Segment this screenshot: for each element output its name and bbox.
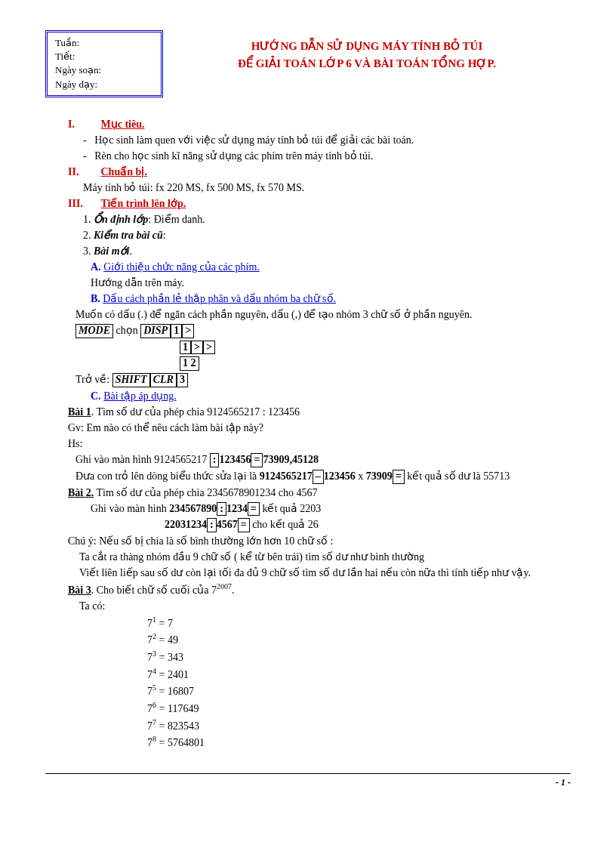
info-box: Tuần: Tiết: Ngày soạn: Ngày dạy: [45, 30, 163, 97]
trove-line: Trở về: SHIFTCLR3 [68, 372, 571, 388]
key-disp: DISP [140, 324, 171, 338]
key-div1: : [210, 453, 220, 467]
title-line2: ĐỂ GIẢI TOÁN LỚP 6 VÀ BÀI TOÁN TỔNG HỢP. [163, 55, 571, 72]
key-div2: : [217, 502, 226, 517]
info-tuan: Tuần: [55, 36, 153, 50]
bai3-taco: Ta có: [68, 598, 571, 614]
key-gt1: > [182, 324, 194, 338]
content: I. Mục tiêu. - Học sinh làm quen với việ… [45, 116, 571, 751]
key-1a: 1 [171, 324, 182, 338]
power-row: 72 = 49 [68, 631, 571, 648]
bai2-title: Bài 2. Tìm số dư của phép chia 234567890… [68, 485, 571, 501]
section-1-title: Mục tiêu. [101, 119, 145, 130]
section-1: I. Mục tiêu. [68, 116, 571, 132]
powers-list: 71 = 772 = 4973 = 34374 = 240175 = 16807… [68, 614, 571, 751]
key-div3: : [207, 518, 217, 532]
s2-line1: Máy tính bỏ túi: fx 220 MS, fx 500 MS, f… [68, 180, 571, 196]
power-row: 77 = 823543 [68, 717, 571, 734]
sub-b-line1: Muốn có dấu (.) để ngăn cách phần nguyên… [68, 307, 571, 322]
roman-2: II. [68, 164, 98, 180]
s1-bullet1: - Học sinh làm quen với việc sử dụng máy… [68, 132, 571, 148]
section-2: II. Chuẩn bị. [68, 164, 571, 180]
info-day: Ngày dạy: [55, 78, 153, 91]
key-eq1: = [251, 453, 263, 467]
key-gt3: > [203, 341, 215, 355]
bai2-ghi1: Ghi vào màn hình 234567890:1234= kết quả… [68, 501, 571, 517]
info-soan: Ngày soạn: [55, 63, 153, 77]
info-tiet: Tiết: [55, 50, 153, 63]
page-title: HƯỚNG DẪN SỬ DỤNG MÁY TÍNH BỎ TÚI ĐỂ GIẢ… [163, 30, 571, 72]
bai2-chuy: Chú ý: Nếu số bị chia là số bình thường … [68, 533, 571, 549]
key-eq3: = [248, 502, 260, 517]
bai2-ta: Ta cắt ra thàng nhóm đầu 9 chữ số ( kể t… [68, 549, 571, 565]
header-row: Tuần: Tiết: Ngày soạn: Ngày dạy: HƯỚNG D… [45, 30, 571, 97]
key-eq4: = [238, 518, 250, 532]
sub-b: B. Dấu cách phần lẻ thập phân và dấu nhó… [68, 291, 571, 307]
power-row: 73 = 343 [68, 648, 571, 665]
key-clr: CLR [150, 373, 177, 387]
power-row: 76 = 117649 [68, 699, 571, 717]
mode-line1: MODE chọn DISP1> [68, 322, 571, 339]
mode-line2: 1>> [68, 339, 571, 356]
key-1b: 1 [180, 341, 191, 355]
sub-a: A. Giới thiệu chức năng của các phím. [68, 259, 571, 275]
key-minus: – [313, 470, 324, 484]
key-gt2: > [191, 341, 203, 355]
key-eq2: = [393, 470, 405, 484]
s3-item3: 3. Bài mới. [68, 243, 571, 259]
roman-1: I. [68, 116, 98, 132]
bai3-title: Bài 3. Cho biết chữ số cuối của 72007. [68, 581, 571, 598]
sub-a-line: Hướng dẫn trên máy. [68, 275, 571, 291]
s3-item1: 1. Ổn định lớp: Điểm danh. [68, 211, 571, 227]
power-row: 78 = 5764801 [68, 733, 571, 751]
bai2-ghi2: 22031234:4567= cho kết quả 26 [68, 517, 571, 533]
section-2-title: Chuẩn bị. [101, 166, 147, 177]
key-12: 1 2 [180, 356, 199, 371]
power-row: 71 = 7 [68, 614, 571, 631]
mode-line3: 1 2 [68, 355, 571, 372]
section-3: III. Tiến trình lên lớp. [68, 196, 571, 211]
bai1-dua: Đưa con trỏ lên dòng biểu thức sửa lại l… [68, 468, 571, 485]
key-shift: SHIFT [112, 373, 150, 387]
s3-item2: 2. Kiểm tra bài cũ: [68, 227, 571, 243]
section-3-title: Tiến trình lên lớp. [101, 198, 186, 209]
page-footer: - 1 - [45, 773, 571, 789]
roman-3: III. [68, 196, 98, 211]
bai2-viet: Viết liên liếp sau số dư còn lại tối đa … [68, 565, 571, 581]
title-line1: HƯỚNG DẪN SỬ DỤNG MÁY TÍNH BỎ TÚI [163, 38, 571, 55]
s1-bullet2: - Rèn cho học sinh kĩ năng sử dụng các p… [68, 148, 571, 164]
key-3: 3 [177, 373, 188, 387]
bai1-gv: Gv: Em nào có thể nêu cách làm bài tập n… [68, 420, 571, 436]
bai1-ghi: Ghi vào màn hình 9124565217 :123456=7390… [68, 452, 571, 468]
bai1-title: Bài 1. Tìm số dư của phép chia 912456521… [68, 404, 571, 420]
sub-c: C. Bài tập áp dụng. [68, 388, 571, 404]
bai1-hs: Hs: [68, 436, 571, 452]
key-mode: MODE [75, 324, 113, 338]
power-row: 75 = 16807 [68, 682, 571, 699]
power-row: 74 = 2401 [68, 665, 571, 683]
